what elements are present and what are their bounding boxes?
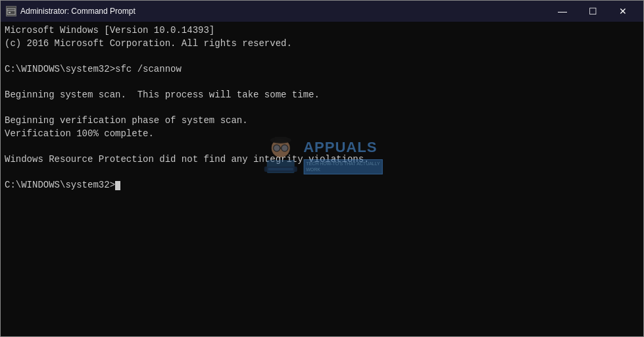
watermark: APPUALS TECH HOW-TO'S THAT ACTUALLY WORK xyxy=(261,134,383,178)
title-bar: Administrator: Command Prompt — ☐ ✕ xyxy=(1,1,643,22)
terminal-line-0: Microsoft Windows [Version 10.0.14393] xyxy=(5,24,639,38)
watermark-brand: APPUALS xyxy=(303,138,377,158)
watermark-tagline: TECH HOW-TO'S THAT ACTUALLY WORK xyxy=(303,159,383,175)
cursor xyxy=(115,181,120,190)
terminal-line-12: C:\WINDOWS\system32> xyxy=(5,179,639,192)
terminal-line-3: C:\WINDOWS\system32>sfc /scannow xyxy=(5,63,639,76)
close-button[interactable]: ✕ xyxy=(608,1,638,22)
window-icon xyxy=(6,6,16,16)
watermark-character-icon xyxy=(261,134,299,178)
terminal-line-4 xyxy=(5,76,639,89)
terminal-line-6 xyxy=(5,102,639,115)
terminal-line-5: Beginning system scan. This process will… xyxy=(5,89,639,102)
svg-rect-13 xyxy=(268,168,293,170)
minimize-button[interactable]: — xyxy=(547,1,578,22)
maximize-button[interactable]: ☐ xyxy=(578,1,608,22)
window-controls: — ☐ ✕ xyxy=(547,1,638,22)
svg-rect-2 xyxy=(9,12,11,13)
svg-point-10 xyxy=(274,145,280,151)
terminal-line-7: Beginning verification phase of system s… xyxy=(5,115,639,128)
cmd-window: Administrator: Command Prompt — ☐ ✕ Micr… xyxy=(0,0,644,337)
terminal-area[interactable]: Microsoft Windows [Version 10.0.14393] (… xyxy=(1,22,643,336)
svg-rect-6 xyxy=(274,137,286,142)
svg-rect-0 xyxy=(7,9,15,14)
terminal-line-1: (c) 2016 Microsoft Corporation. All righ… xyxy=(5,38,639,51)
terminal-line-2 xyxy=(5,50,639,63)
svg-point-11 xyxy=(282,145,287,151)
window-title: Administrator: Command Prompt xyxy=(20,7,547,16)
